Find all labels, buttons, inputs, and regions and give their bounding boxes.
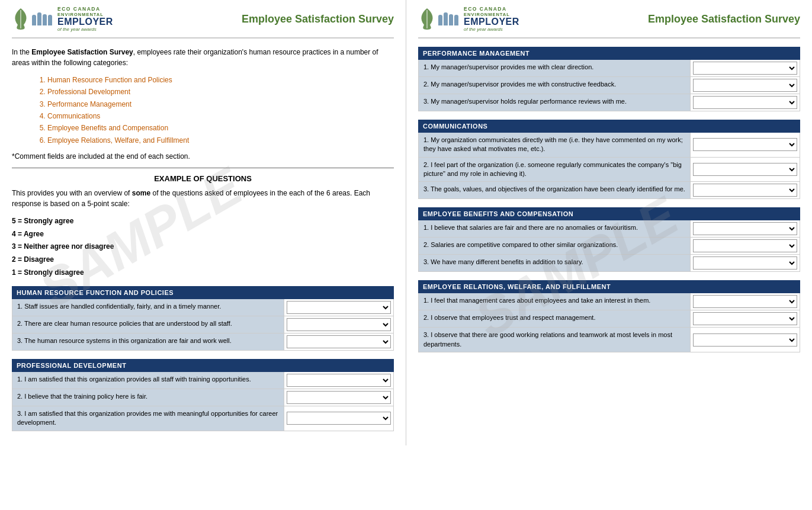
question-cell: 2. There are clear human resource polici… xyxy=(12,316,284,333)
answer-dropdown[interactable] xyxy=(287,374,391,387)
section-ebc-header: EMPLOYEE BENEFITS AND COMPENSATION xyxy=(418,207,800,220)
question-cell: 2. I feel part of the organization (i.e.… xyxy=(419,158,690,182)
answer-dropdown[interactable] xyxy=(693,163,797,176)
table-row: 3. The human resource systems in this or… xyxy=(12,333,394,351)
answer-dropdown[interactable] xyxy=(693,333,797,347)
table-row: 1. I feel that management cares about em… xyxy=(418,293,800,310)
question-cell: 3. I am satisfied that this organization… xyxy=(12,406,284,431)
divider xyxy=(12,168,394,168)
dropdown-cell xyxy=(690,158,800,182)
person1 xyxy=(32,15,36,25)
table-row: 3. The goals, values, and objectives of … xyxy=(418,182,800,199)
page-right: SAMPLE ECO CANADA ENVIRONMENTAL EMPLOYER xyxy=(406,0,812,445)
table-row: 2. My manager/supervisor provides me wit… xyxy=(418,77,800,94)
answer-dropdown[interactable] xyxy=(693,295,797,308)
leaf-icon xyxy=(12,7,30,31)
right-header: ECO CANADA ENVIRONMENTAL EMPLOYER of the… xyxy=(418,6,800,39)
dropdown-cell xyxy=(690,60,800,76)
person2 xyxy=(444,12,448,25)
dropdown-cell xyxy=(284,389,393,406)
some-bold: some xyxy=(132,189,150,197)
right-logo: ECO CANADA ENVIRONMENTAL EMPLOYER of the… xyxy=(418,6,519,33)
answer-dropdown[interactable] xyxy=(287,391,391,404)
list-item: Professional Development xyxy=(47,86,394,98)
table-row: 2. I observe that employees trust and re… xyxy=(418,310,800,328)
person1 xyxy=(438,15,442,25)
left-logo: ECO CANADA ENVIRONMENTAL EMPLOYER of the… xyxy=(12,6,113,33)
table-row: 3. I am satisfied that this organization… xyxy=(12,406,394,431)
question-cell: 3. I observe that there are good working… xyxy=(419,328,690,352)
answer-dropdown[interactable] xyxy=(693,62,797,75)
question-cell: 1. Staff issues are handled confidential… xyxy=(12,299,284,316)
question-cell: 2. Salaries are competitive compared to … xyxy=(419,238,690,254)
dropdown-cell xyxy=(284,333,393,350)
dropdown-cell xyxy=(284,316,393,333)
answer-dropdown[interactable] xyxy=(693,256,797,270)
answer-dropdown[interactable] xyxy=(693,184,797,197)
logo-text-block-right: ECO CANADA ENVIRONMENTAL EMPLOYER of the… xyxy=(464,6,519,33)
dropdown-cell xyxy=(284,299,393,316)
person3 xyxy=(43,14,47,25)
question-cell: 3. My manager/supervisor holds regular p… xyxy=(419,94,690,111)
section-pm-header: PERFORMANCE MANAGEMENT xyxy=(418,47,800,60)
list-item: Employee Benefits and Compensation xyxy=(47,122,394,134)
table-row: 2. There are clear human resource polici… xyxy=(12,316,394,333)
question-cell: 2. I observe that employees trust and re… xyxy=(419,310,690,327)
section-hr: HUMAN RESOURCE FUNCTION AND POLICIES 1. … xyxy=(12,286,394,351)
dropdown-cell xyxy=(690,182,800,198)
person4 xyxy=(454,15,458,25)
answer-dropdown[interactable] xyxy=(287,412,391,425)
section-erw-header: EMPLOYEE RELATIONS, WELFARE, AND FULFILL… xyxy=(418,280,800,293)
table-row: 1. I believe that salaries are fair and … xyxy=(418,220,800,238)
dropdown-cell xyxy=(690,293,800,310)
employer-text-left: EMPLOYER xyxy=(57,17,113,27)
section-pd: PROFESSIONAL DEVELOPMENT 1. I am satisfi… xyxy=(12,359,394,431)
scale-item: 1 = Strongly disagree xyxy=(12,267,394,280)
section-pm: PERFORMANCE MANAGEMENT 1. My manager/sup… xyxy=(418,47,800,111)
question-cell: 2. I believe that the training policy he… xyxy=(12,389,284,406)
answer-dropdown[interactable] xyxy=(693,79,797,92)
section-hr-header: HUMAN RESOURCE FUNCTION AND POLICIES xyxy=(12,286,394,299)
survey-title-right: Employee Satisfaction Survey xyxy=(648,13,800,25)
left-header: ECO CANADA ENVIRONMENTAL EMPLOYER of the… xyxy=(12,6,394,39)
person4 xyxy=(48,15,52,25)
section-erw: EMPLOYEE RELATIONS, WELFARE, AND FULFILL… xyxy=(418,280,800,352)
intro-paragraph: In the Employee Satisfaction Survey, emp… xyxy=(12,47,394,68)
example-intro: This provides you with an overview of so… xyxy=(12,188,394,209)
table-row: 3. I observe that there are good working… xyxy=(418,328,800,352)
category-list: Human Resource Function and Policies Pro… xyxy=(47,74,394,146)
of-year-left: of the year awards xyxy=(57,27,113,33)
table-row: 1. I am satisfied that this organization… xyxy=(12,372,394,389)
question-cell: 3. We have many different benefits in ad… xyxy=(419,255,690,271)
answer-dropdown[interactable] xyxy=(693,138,797,151)
dropdown-cell xyxy=(690,310,800,327)
dropdown-cell xyxy=(690,94,800,111)
survey-title-left: Employee Satisfaction Survey xyxy=(242,13,394,25)
people-icon-right xyxy=(438,12,459,25)
leaf-icon-right xyxy=(418,7,436,31)
table-row: 3. My manager/supervisor holds regular p… xyxy=(418,94,800,111)
answer-dropdown[interactable] xyxy=(287,301,391,314)
question-cell: 1. My manager/supervisor provides me wit… xyxy=(419,60,690,76)
list-item: Communications xyxy=(47,110,394,122)
person3 xyxy=(449,14,453,25)
table-row: 1. My organization communicates directly… xyxy=(418,133,800,158)
answer-dropdown[interactable] xyxy=(693,312,797,325)
answer-dropdown[interactable] xyxy=(693,222,797,235)
person2 xyxy=(37,12,41,25)
answer-dropdown[interactable] xyxy=(287,335,391,348)
scale-item: 5 = Strongly agree xyxy=(12,215,394,228)
dropdown-cell xyxy=(690,77,800,94)
logo-text-block-left: ECO CANADA ENVIRONMENTAL EMPLOYER of the… xyxy=(57,6,113,33)
list-item: Performance Management xyxy=(47,98,394,110)
intro-bold: Employee Satisfaction Survey xyxy=(31,48,133,56)
answer-dropdown[interactable] xyxy=(693,96,797,109)
scale-item: 3 = Neither agree nor disagree xyxy=(12,240,394,254)
eco-canada-text-left: ECO CANADA xyxy=(57,6,113,12)
answer-dropdown[interactable] xyxy=(693,239,797,252)
table-row: 1. Staff issues are handled confidential… xyxy=(12,299,394,316)
question-cell: 2. My manager/supervisor provides me wit… xyxy=(419,77,690,94)
scale-item: 4 = Agree xyxy=(12,228,394,241)
answer-dropdown[interactable] xyxy=(287,318,391,331)
table-row: 2. I feel part of the organization (i.e.… xyxy=(418,158,800,182)
